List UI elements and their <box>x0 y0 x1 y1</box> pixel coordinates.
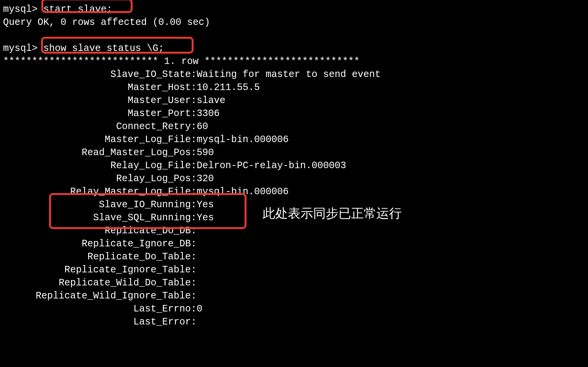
status-value: 590 <box>197 146 214 159</box>
status-label: Last_Error <box>3 316 191 329</box>
separator: : <box>191 316 197 329</box>
status-label: Slave_SQL_Running <box>3 211 191 224</box>
status-label: Last_Errno <box>3 303 191 316</box>
separator: : <box>191 238 197 251</box>
status-value: Delron-PC-relay-bin.000003 <box>197 159 346 172</box>
status-row: Replicate_Wild_Do_Table: <box>3 277 588 290</box>
status-value: 3306 <box>197 107 220 120</box>
status-value: mysql-bin.000006 <box>197 185 289 198</box>
separator: : <box>191 185 197 198</box>
status-row: Slave_IO_Running: Yes <box>3 198 588 211</box>
separator: : <box>191 198 197 211</box>
command-text: show slave status \G; <box>38 43 164 54</box>
separator: : <box>191 146 197 159</box>
status-list: Slave_IO_State: Waiting for master to se… <box>3 68 588 329</box>
status-label: Replicate_Do_Table <box>3 251 191 264</box>
command-line-2[interactable]: mysql> show slave status \G; <box>3 42 588 55</box>
separator: : <box>191 68 197 81</box>
separator: : <box>191 303 197 316</box>
separator: : <box>191 211 197 224</box>
status-row: Replicate_Do_DB: <box>3 224 588 238</box>
status-label: Master_Log_File <box>3 133 191 146</box>
status-value: 320 <box>197 172 214 185</box>
prompt: mysql> <box>3 43 38 54</box>
status-row: Last_Errno: 0 <box>3 303 588 316</box>
status-row: Master_Port: 3306 <box>3 107 588 120</box>
separator: : <box>191 290 197 303</box>
status-row: Replicate_Ignore_DB: <box>3 238 588 251</box>
separator: : <box>191 107 197 120</box>
status-row: Replicate_Do_Table: <box>3 251 588 264</box>
status-label: Read_Master_Log_Pos <box>3 146 191 159</box>
status-value: 60 <box>197 120 208 133</box>
status-value: 10.211.55.5 <box>197 81 260 94</box>
status-label: Master_User <box>3 94 191 107</box>
status-value: Yes <box>197 211 214 224</box>
status-label: Replicate_Wild_Ignore_Table <box>3 290 191 303</box>
separator: : <box>191 133 197 146</box>
status-value: 0 <box>197 303 202 316</box>
status-label: Master_Port <box>3 107 191 120</box>
status-row: Connect_Retry: 60 <box>3 120 588 133</box>
status-label: Replicate_Ignore_Table <box>3 264 191 277</box>
status-row: Relay_Master_Log_File: mysql-bin.000006 <box>3 185 588 198</box>
status-row: Master_Host: 10.211.55.5 <box>3 81 588 94</box>
status-label: Relay_Log_Pos <box>3 172 191 185</box>
status-label: Replicate_Ignore_DB <box>3 238 191 251</box>
prompt: mysql> <box>3 4 38 15</box>
status-label: Master_Host <box>3 81 191 94</box>
status-label: Relay_Master_Log_File <box>3 185 191 198</box>
row-header: *************************** 1. row *****… <box>3 55 588 68</box>
separator: : <box>191 224 197 238</box>
status-label: Slave_IO_State <box>3 68 191 81</box>
command-text: start slave; <box>38 4 112 15</box>
status-row: Slave_SQL_Running: Yes <box>3 211 588 224</box>
query-result: Query OK, 0 rows affected (0.00 sec) <box>3 16 588 29</box>
status-row: Slave_IO_State: Waiting for master to se… <box>3 68 588 81</box>
status-value: slave <box>197 94 225 107</box>
status-row: Replicate_Wild_Ignore_Table: <box>3 290 588 303</box>
terminal-output: mysql> start slave; Query OK, 0 rows aff… <box>3 3 588 329</box>
status-value: mysql-bin.000006 <box>197 133 289 146</box>
separator: : <box>191 277 197 290</box>
status-row: Last_Error: <box>3 316 588 329</box>
status-row: Relay_Log_Pos: 320 <box>3 172 588 185</box>
blank-line <box>3 29 588 42</box>
status-label: Slave_IO_Running <box>3 198 191 211</box>
status-row: Master_User: slave <box>3 94 588 107</box>
status-row: Replicate_Ignore_Table: <box>3 264 588 277</box>
status-row: Relay_Log_File: Delron-PC-relay-bin.0000… <box>3 159 588 172</box>
separator: : <box>191 172 197 185</box>
separator: : <box>191 81 197 94</box>
status-value: Waiting for master to send event <box>197 68 381 81</box>
separator: : <box>191 159 197 172</box>
status-row: Read_Master_Log_Pos: 590 <box>3 146 588 159</box>
status-label: Replicate_Do_DB <box>3 224 191 238</box>
status-row: Master_Log_File: mysql-bin.000006 <box>3 133 588 146</box>
command-line-1[interactable]: mysql> start slave; <box>3 3 588 16</box>
status-label: Relay_Log_File <box>3 159 191 172</box>
separator: : <box>191 120 197 133</box>
separator: : <box>191 94 197 107</box>
status-value: Yes <box>197 198 214 211</box>
separator: : <box>191 251 197 264</box>
status-label: Replicate_Wild_Do_Table <box>3 277 191 290</box>
separator: : <box>191 264 197 277</box>
status-label: Connect_Retry <box>3 120 191 133</box>
